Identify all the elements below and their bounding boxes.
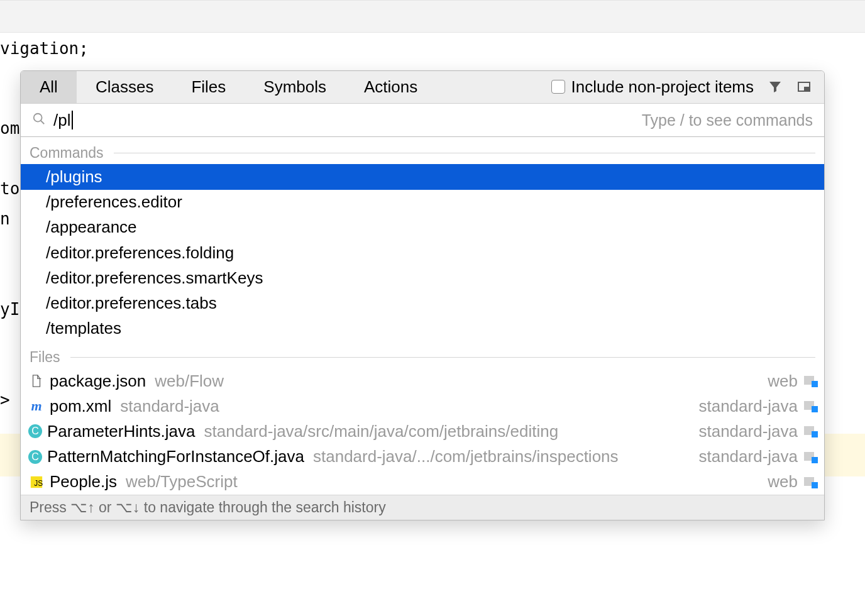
maven-file-icon: m [28,398,45,414]
tab-label: Classes [96,77,153,97]
file-row[interactable]: m pom.xml standard-java standard-java [21,393,824,419]
search-tabs: All Classes Files Symbols Actions Includ… [21,71,824,104]
module-icon [804,401,818,411]
module-icon [804,452,818,462]
include-nonproject-label: Include non-project items [571,77,754,97]
tab-classes[interactable]: Classes [77,71,172,103]
code-fragment-top: vigation; [0,39,89,58]
include-nonproject-toggle[interactable]: Include non-project items [551,77,754,97]
command-label: /preferences.editor [46,192,182,212]
file-row[interactable]: JS People.js web/TypeScript web [21,470,824,495]
svg-line-3 [41,120,45,124]
command-label: /editor.preferences.smartKeys [46,268,263,288]
file-module: web [768,371,818,391]
command-row[interactable]: /editor.preferences.smartKeys [21,265,824,290]
file-path: standard-java/src/main/java/com/jetbrain… [204,422,559,441]
tab-label: Symbols [263,77,326,97]
command-row[interactable]: /preferences.editor [21,190,824,215]
tab-symbols[interactable]: Symbols [245,71,345,103]
command-row[interactable]: /editor.preferences.tabs [21,291,824,316]
file-module: standard-java [698,397,818,416]
tab-label: Files [191,77,226,97]
file-module: standard-java [698,447,818,466]
section-label: Files [30,349,60,366]
svg-text:JS: JS [34,478,43,487]
command-label: /templates [46,319,121,338]
command-label: /editor.preferences.folding [46,243,234,263]
file-row[interactable]: C PatternMatchingForInstanceOf.java stan… [21,444,824,470]
divider [70,357,815,358]
code-fragment-left: om to n yI > [0,113,22,415]
command-row[interactable]: /editor.preferences.folding [21,240,824,265]
file-path: standard-java [120,397,219,416]
file-name: PatternMatchingForInstanceOf.java [47,447,304,466]
section-label: Commands [30,145,104,162]
file-name: pom.xml [50,397,111,416]
command-row[interactable]: /appearance [21,215,824,240]
command-label: /editor.preferences.tabs [46,294,217,313]
section-files-header: Files [21,341,824,368]
file-path: web/TypeScript [126,472,238,492]
file-module: standard-java [698,422,818,441]
editor-toolbar [0,0,865,33]
search-everywhere-popup: All Classes Files Symbols Actions Includ… [20,70,825,520]
js-file-icon: JS [28,474,45,490]
module-label: web [768,472,798,492]
module-icon [804,477,818,487]
command-row[interactable]: /templates [21,316,824,341]
file-row[interactable]: package.json web/Flow web [21,368,824,393]
tab-files[interactable]: Files [172,71,245,103]
checkbox-icon [551,80,565,94]
search-row: /pl Type / to see commands [21,104,824,138]
divider [114,153,815,153]
file-name: People.js [50,472,117,492]
json-file-icon [28,373,45,389]
tab-all[interactable]: All [21,71,77,103]
class-file-icon: C [28,450,42,464]
module-label: web [768,371,798,391]
text-caret [72,111,73,129]
module-icon [804,376,818,386]
search-input[interactable]: /pl [53,111,70,130]
svg-point-2 [34,113,42,121]
section-commands-header: Commands [21,137,824,164]
file-row[interactable]: C ParameterHints.java standard-java/src/… [21,419,824,444]
module-icon [804,426,818,436]
file-path: web/Flow [155,371,224,391]
module-label: standard-java [698,447,798,466]
module-label: standard-java [698,397,798,416]
search-hint: Type / to see commands [642,111,813,129]
module-label: standard-java [698,422,798,441]
tab-label: All [40,77,58,97]
file-name: ParameterHints.java [47,422,196,441]
filter-icon[interactable] [768,79,783,94]
svg-rect-1 [805,87,810,91]
tab-actions[interactable]: Actions [345,71,436,103]
command-label: /plugins [46,167,102,187]
open-as-toolwindow-icon[interactable] [796,79,812,94]
class-file-icon: C [28,424,42,438]
search-icon [32,111,46,130]
popup-footer-hint: Press ⌥↑ or ⌥↓ to navigate through the s… [21,495,824,520]
file-path: standard-java/.../com/jetbrains/inspecti… [313,447,619,466]
command-row[interactable]: /plugins [21,164,824,189]
tabs-right-controls: Include non-project items [551,71,824,103]
tab-label: Actions [364,77,417,97]
file-name: package.json [50,371,146,391]
command-label: /appearance [46,217,137,237]
file-module: web [768,472,818,492]
